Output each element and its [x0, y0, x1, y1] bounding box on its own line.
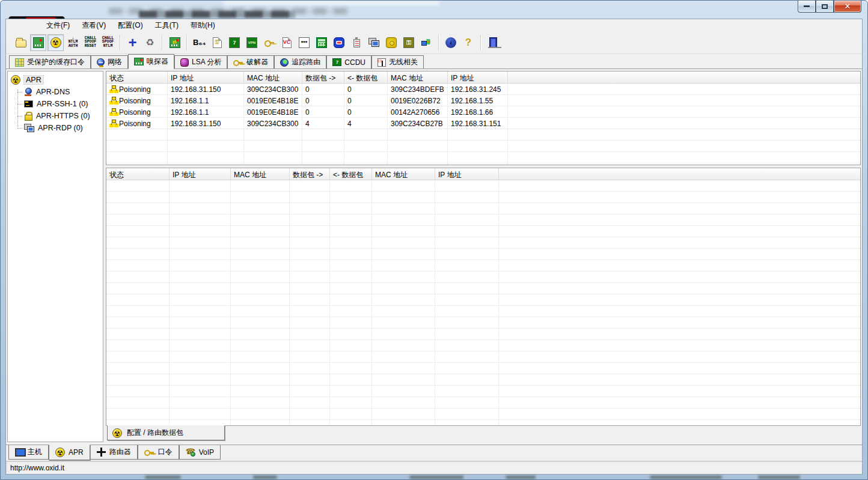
- spectrum-analyzer-button[interactable]: 7: [227, 34, 243, 51]
- chall-spoof-reset-button[interactable]: CHALLSPOOFRESET: [82, 34, 99, 51]
- column-header[interactable]: IP 地址: [435, 168, 499, 180]
- remote-desktop-button[interactable]: [366, 34, 382, 51]
- cell: 192.168.31.151: [448, 118, 508, 129]
- ntlm-auth-button[interactable]: ↓NTLMAUTH: [65, 34, 81, 51]
- rsa-token-calculator-button[interactable]: [331, 34, 347, 51]
- tree-apr-rdp[interactable]: APR-RDP (0): [8, 122, 103, 134]
- rdp-monitors-icon: [24, 124, 34, 133]
- menu-tools[interactable]: 工具(T): [150, 19, 184, 32]
- tab-traceroute[interactable]: 追踪路由: [274, 55, 326, 68]
- start-apr-button[interactable]: [47, 34, 64, 51]
- poisoning-icon: [109, 85, 117, 93]
- access-keyfile-decoder-icon: ⚿: [213, 37, 222, 48]
- wireless-key-icon: [264, 37, 275, 48]
- cisco-config-decoder-button[interactable]: ⚿: [401, 34, 417, 51]
- tab-sniffer[interactable]: 嗅探器: [128, 54, 174, 69]
- tab-cracker[interactable]: 破解器: [227, 55, 274, 68]
- vpn-decoder-button[interactable]: VPN: [244, 34, 260, 51]
- password-reveal-button[interactable]: ***: [296, 34, 313, 51]
- toolbar-separator: [480, 35, 481, 50]
- toolbar-separator: [186, 35, 188, 50]
- cell: 0019E0E4B18E: [244, 95, 302, 106]
- abel-button[interactable]: [384, 34, 400, 51]
- menu-file[interactable]: 文件(F): [41, 19, 75, 32]
- restore-network-card-button[interactable]: ⇄: [167, 34, 183, 51]
- minimize-button[interactable]: [798, 1, 816, 13]
- https-lock-icon: [24, 112, 32, 121]
- tab-lsa-label: LSA 分析: [192, 57, 221, 67]
- tree-apr-https[interactable]: APR-HTTPS (0): [8, 110, 103, 122]
- apr-entry-row[interactable]: Poisoning192.168.31.150309C234CB30044309…: [106, 118, 860, 129]
- exit-icon: [489, 37, 497, 48]
- hash-calculator-button[interactable]: [314, 34, 330, 51]
- add-to-list-button[interactable]: +: [124, 34, 141, 51]
- column-header[interactable]: IP 地址: [168, 71, 244, 83]
- tab-routing[interactable]: 路由器: [90, 445, 138, 460]
- column-header[interactable]: 数据包 ->: [290, 168, 330, 180]
- tab-voip[interactable]: VoIP: [179, 445, 221, 460]
- pane-tab-strip: 配置 / 路由数据包: [106, 426, 861, 442]
- tab-hosts[interactable]: 主机: [8, 445, 49, 460]
- column-header[interactable]: MAC 地址: [244, 71, 302, 83]
- tab-hosts-label: 主机: [28, 447, 42, 457]
- cisco-vpn-decoder-button[interactable]: VC: [279, 34, 295, 51]
- column-header[interactable]: IP 地址: [448, 71, 508, 83]
- access-keyfile-decoder-button[interactable]: ⚿: [209, 34, 225, 51]
- toolbar-separator: [120, 35, 121, 50]
- base64-decoder-button[interactable]: B₆₄: [191, 34, 208, 51]
- exit-button[interactable]: [485, 34, 501, 51]
- column-header[interactable]: MAC 地址: [388, 71, 448, 83]
- apr-entry-row[interactable]: Poisoning192.168.1.10019E0E4B18E000019E0…: [106, 95, 860, 106]
- column-header[interactable]: MAC 地址: [372, 168, 435, 180]
- column-header[interactable]: 数据包 ->: [302, 71, 344, 83]
- application-window: ✕ 文件(F)查看(V)配置(O)工具(T)帮助(H) ↓NTLMAUTHCHA…: [0, 0, 868, 480]
- wireless-key-button[interactable]: [261, 34, 278, 51]
- feature-tab-strip: 受保护的缓存口令网络嗅探器LSA 分析破解器追踪路由7CCDU无线相关: [6, 54, 862, 69]
- tab-ccdu[interactable]: 7CCDU: [326, 55, 371, 68]
- open-folder-button[interactable]: [13, 34, 29, 51]
- remove-button[interactable]: ♻: [142, 34, 158, 51]
- close-button[interactable]: ✕: [834, 1, 861, 13]
- maximize-button[interactable]: [816, 1, 834, 13]
- remove-icon: ♻: [145, 38, 154, 47]
- title-bar[interactable]: ✕: [1, 1, 867, 19]
- column-header[interactable]: 状态: [106, 71, 168, 83]
- tree-apr-dns[interactable]: APR-DNS: [8, 86, 103, 98]
- network-globe-icon: [97, 58, 105, 66]
- menu-help[interactable]: 帮助(H): [185, 19, 221, 32]
- tab-passwords[interactable]: 口令: [138, 445, 179, 460]
- help-button[interactable]: ?: [460, 34, 477, 51]
- syskey-decoder-button[interactable]: [349, 34, 365, 51]
- tab-network[interactable]: 网络: [91, 55, 128, 68]
- about-button[interactable]: i: [443, 34, 459, 51]
- tab-lsa[interactable]: LSA 分析: [174, 55, 227, 68]
- ssh-terminal-icon: [24, 100, 33, 108]
- tree-apr-label: APR: [24, 76, 43, 84]
- poisoning-list-header: 状态IP 地址MAC 地址数据包 -><- 数据包MAC 地址IP 地址: [106, 71, 860, 84]
- tab-apr[interactable]: APR: [49, 445, 90, 460]
- column-header[interactable]: MAC 地址: [231, 168, 290, 180]
- apr-idle-list: 状态IP 地址MAC 地址数据包 -><- 数据包MAC 地址IP 地址: [106, 168, 861, 426]
- open-folder-icon: [16, 40, 26, 47]
- tree-apr-ssh1[interactable]: APR-SSH-1 (0): [8, 98, 103, 110]
- start-apr-icon: [50, 37, 61, 48]
- tab-cracker-label: 破解器: [246, 57, 268, 67]
- column-header[interactable]: IP 地址: [170, 168, 231, 180]
- tab-protected-cache[interactable]: 受保护的缓存口令: [9, 55, 91, 68]
- restore-network-card-icon: ⇄: [170, 37, 180, 48]
- tab-wireless[interactable]: 无线相关: [371, 55, 424, 68]
- tree-apr[interactable]: APR: [8, 74, 103, 86]
- menu-view[interactable]: 查看(V): [76, 19, 111, 32]
- menu-config[interactable]: 配置(O): [112, 19, 148, 32]
- chall-spoof-ntlm-button[interactable]: CHALLSPOOFNTLM: [100, 34, 116, 51]
- apr-entry-row[interactable]: Poisoning192.168.31.150309C234CB30000309…: [106, 84, 860, 95]
- column-header[interactable]: 状态: [106, 168, 170, 180]
- box-revealer-button[interactable]: [418, 34, 435, 51]
- apr-entry-row[interactable]: Poisoning192.168.1.10019E0E4B18E0000142A…: [106, 106, 860, 118]
- tab-config-routed-packets[interactable]: 配置 / 路由数据包: [107, 425, 225, 440]
- cell: 0: [344, 95, 388, 106]
- column-header[interactable]: <- 数据包: [330, 168, 372, 180]
- start-sniffer-button[interactable]: [30, 34, 46, 51]
- tab-routing-label: 路由器: [109, 447, 131, 457]
- column-header[interactable]: <- 数据包: [344, 71, 388, 83]
